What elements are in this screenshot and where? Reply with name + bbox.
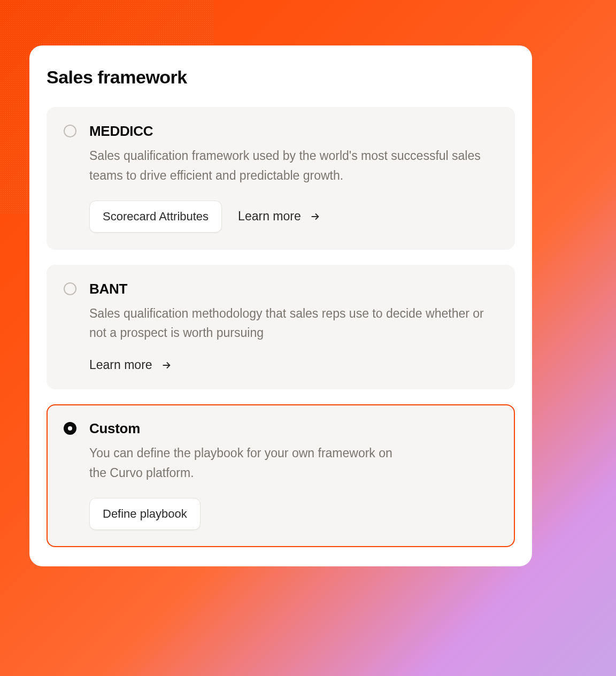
- framework-option-meddicc[interactable]: MEDDICC Sales qualification framework us…: [47, 107, 515, 250]
- option-content: MEDDICC Sales qualification framework us…: [89, 123, 498, 233]
- framework-option-bant[interactable]: BANT Sales qualification methodology tha…: [47, 265, 515, 390]
- learn-more-link[interactable]: Learn more: [89, 358, 173, 372]
- framework-option-custom[interactable]: Custom You can define the playbook for y…: [47, 404, 515, 547]
- sales-framework-card: Sales framework MEDDICC Sales qualificat…: [29, 45, 532, 566]
- option-description: You can define the playbook for your own…: [89, 443, 405, 483]
- radio-meddicc[interactable]: [64, 125, 76, 137]
- option-description: Sales qualification framework used by th…: [89, 146, 485, 186]
- option-content: BANT Sales qualification methodology tha…: [89, 281, 498, 373]
- learn-more-label: Learn more: [238, 209, 301, 224]
- card-title: Sales framework: [47, 67, 515, 88]
- learn-more-label: Learn more: [89, 358, 152, 372]
- arrow-right-icon: [160, 359, 173, 372]
- radio-custom[interactable]: [64, 422, 76, 435]
- option-content: Custom You can define the playbook for y…: [89, 420, 498, 530]
- arrow-right-icon: [309, 210, 321, 223]
- radio-bant[interactable]: [64, 282, 76, 295]
- option-description: Sales qualification methodology that sal…: [89, 304, 485, 343]
- option-title: Custom: [89, 420, 498, 437]
- option-actions: Learn more: [89, 358, 498, 372]
- option-title: BANT: [89, 281, 498, 297]
- scorecard-attributes-button[interactable]: Scorecard Attributes: [89, 201, 222, 233]
- option-title: MEDDICC: [89, 123, 498, 140]
- option-actions: Define playbook: [89, 498, 498, 530]
- define-playbook-button[interactable]: Define playbook: [89, 498, 201, 530]
- learn-more-link[interactable]: Learn more: [238, 209, 321, 224]
- option-actions: Scorecard Attributes Learn more: [89, 201, 498, 233]
